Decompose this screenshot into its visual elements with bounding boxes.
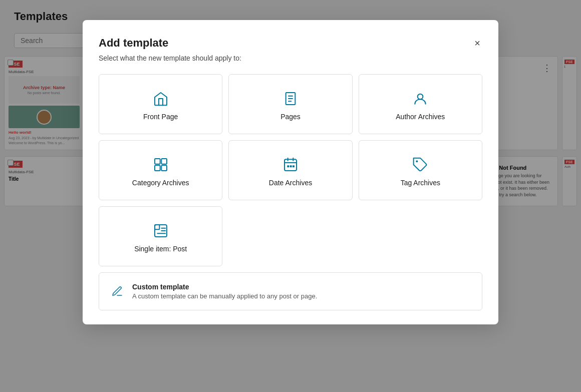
modal-overlay: Add template × Select what the new templ…: [0, 0, 581, 392]
template-grid-row1: Front Page Pages: [99, 74, 482, 134]
pages-label: Pages: [280, 113, 301, 121]
home-icon: [153, 91, 169, 107]
single-post-icon: [153, 223, 169, 239]
template-card-date-archives[interactable]: Date Archives: [228, 140, 352, 200]
pencil-icon: [111, 285, 123, 297]
modal-subtitle: Select what the new template should appl…: [99, 54, 482, 62]
custom-template-desc: A custom template can be manually applie…: [132, 292, 317, 300]
empty-slot-2: [359, 206, 482, 266]
tag-icon: [412, 157, 428, 173]
category-icon: [153, 157, 169, 173]
svg-rect-13: [287, 165, 289, 167]
template-card-tag-archives[interactable]: Tag Archives: [359, 140, 482, 200]
date-archives-label: Date Archives: [269, 179, 312, 187]
svg-point-16: [416, 160, 418, 162]
pages-icon: [282, 91, 299, 107]
template-card-single-post[interactable]: Single item: Post: [99, 206, 222, 266]
single-post-label: Single item: Post: [134, 245, 187, 253]
template-grid-row3: Single item: Post: [99, 206, 482, 266]
svg-rect-14: [290, 165, 292, 167]
front-page-label: Front Page: [143, 113, 178, 121]
template-card-author-archives[interactable]: Author Archives: [359, 74, 482, 134]
svg-point-4: [418, 94, 423, 100]
custom-template-text: Custom template A custom template can be…: [132, 283, 317, 300]
author-icon: [412, 91, 428, 107]
author-archives-label: Author Archives: [396, 113, 445, 121]
svg-rect-5: [155, 159, 160, 164]
template-card-pages[interactable]: Pages: [228, 74, 352, 134]
add-template-modal: Add template × Select what the new templ…: [83, 20, 498, 324]
svg-rect-8: [161, 165, 167, 171]
modal-title: Add template: [99, 37, 168, 50]
modal-close-button[interactable]: ×: [472, 36, 482, 50]
empty-slot-1: [228, 206, 352, 266]
category-archives-label: Category Archives: [132, 179, 189, 187]
custom-template-title: Custom template: [132, 283, 317, 291]
modal-header: Add template ×: [99, 36, 482, 50]
svg-rect-7: [155, 165, 160, 171]
template-grid-row2: Category Archives Date Archives: [99, 140, 482, 200]
svg-rect-15: [293, 165, 295, 167]
tag-archives-label: Tag Archives: [401, 179, 440, 187]
template-card-front-page[interactable]: Front Page: [99, 74, 222, 134]
svg-rect-9: [284, 159, 297, 171]
custom-template-card[interactable]: Custom template A custom template can be…: [99, 272, 482, 310]
date-icon: [282, 157, 299, 173]
svg-rect-6: [161, 159, 167, 164]
template-card-category-archives[interactable]: Category Archives: [99, 140, 222, 200]
